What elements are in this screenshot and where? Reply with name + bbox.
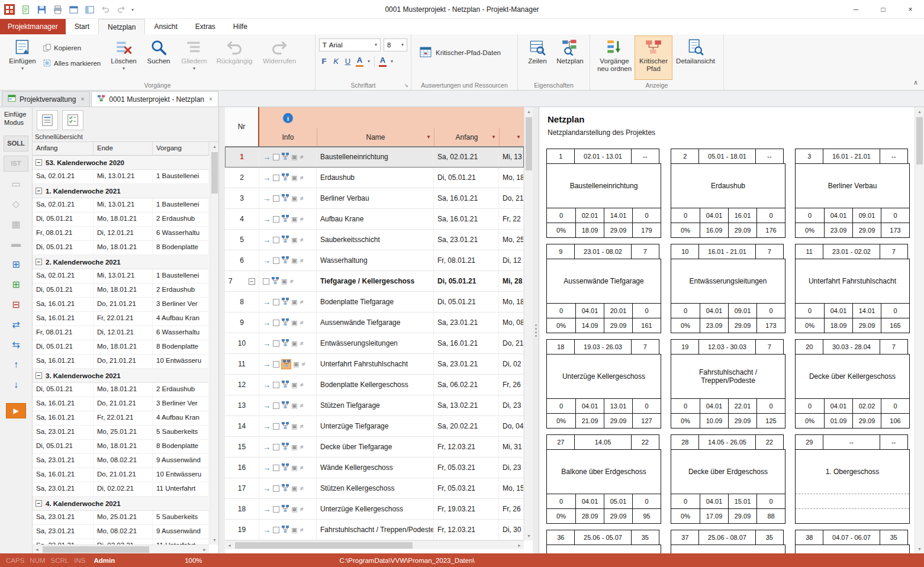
task-anfang-cell[interactable]: Sa, 06.02.21: [434, 375, 499, 395]
overview-row[interactable]: Di, 05.01.21Mo, 18.01.212 Erdaushub: [33, 284, 209, 298]
group-expander-icon[interactable]: −: [36, 159, 42, 166]
task-checkbox[interactable]: [273, 237, 279, 243]
netzplan-scroll-up-icon[interactable]: ▲: [915, 107, 924, 116]
task-row[interactable]: 15→▣≠Decke über TiefgarageFr, 12.03.21Mi…: [225, 437, 524, 458]
task-checkbox[interactable]: [273, 299, 279, 305]
task-anfang-cell[interactable]: Sa, 16.01.21: [434, 209, 499, 229]
italic-button[interactable]: K: [332, 57, 340, 66]
document-tab-projektverwaltung[interactable]: Projektverwaltung×: [2, 91, 90, 107]
task-ende-cell[interactable]: Di, 30: [499, 520, 524, 540]
task-resource-icon[interactable]: [272, 277, 279, 286]
task-anfang-cell[interactable]: Sa, 23.01.21: [434, 313, 499, 333]
font-color-dropdown-icon[interactable]: ▾: [368, 59, 370, 64]
overview-scroll-left-icon[interactable]: ◄: [33, 545, 41, 554]
column-header-anfang[interactable]: Anfang▼: [434, 128, 499, 146]
font-name-combo[interactable]: T Arial ▾: [319, 38, 381, 51]
task-name-cell[interactable]: Sauberkeitsschicht: [317, 230, 434, 250]
task-anfang-cell[interactable]: Fr, 05.03.21: [434, 458, 499, 478]
task-link-arrow-icon[interactable]: →: [263, 360, 271, 369]
overview-row[interactable]: Sa, 16.01.21Do, 21.01.213 Berliner Ver: [33, 298, 209, 312]
ribbon-tab-netzplan[interactable]: Netzplan: [98, 19, 145, 34]
task-ende-cell[interactable]: Di, 23: [499, 458, 524, 478]
column-header-name[interactable]: Name▼: [317, 128, 434, 146]
task-resource-icon[interactable]: [282, 484, 289, 493]
group-expander-icon[interactable]: −: [36, 259, 42, 265]
kritischer-pfad-toggle-button[interactable]: KritischerPfad: [635, 36, 672, 79]
widerrufen-button[interactable]: Widerrufen: [257, 36, 302, 79]
netzplan-node-18[interactable]: 1819.03 - 26.037Unterzüge Kellergeschoss…: [546, 339, 661, 429]
netzplan-node-29[interactable]: 29----1. Obergeschoss: [795, 434, 910, 524]
font-color-button[interactable]: A: [356, 56, 363, 67]
task-link-arrow-icon[interactable]: →: [263, 153, 271, 162]
task-row[interactable]: 18→▣≠Unterzüge KellergeschossFr, 19.03.2…: [225, 499, 524, 520]
task-ende-cell[interactable]: Mi, 13: [499, 147, 524, 167]
task-checkbox[interactable]: [273, 257, 279, 264]
overview-row[interactable]: Sa, 23.01.21Mo, 08.02.219 Aussenwänd: [33, 454, 209, 468]
window-view-alt-icon[interactable]: [83, 4, 95, 15]
task-anfang-cell[interactable]: Fr, 19.03.21: [434, 499, 499, 519]
group-expander-icon[interactable]: −: [36, 372, 42, 379]
new-document-icon[interactable]: [20, 4, 31, 15]
task-name-cell[interactable]: Wände Kellergeschoss: [317, 458, 434, 478]
task-resource-icon[interactable]: [282, 339, 289, 348]
task-anfang-cell[interactable]: Sa, 23.01.21: [434, 230, 499, 250]
task-row[interactable]: 5→▣≠SauberkeitsschichtSa, 23.01.21Mo, 25: [225, 230, 524, 250]
underline-button[interactable]: U: [344, 57, 352, 66]
group-expander-icon[interactable]: −: [36, 188, 42, 194]
org-structure-tool-button[interactable]: ⊞: [4, 256, 28, 272]
ribbon-tab-start[interactable]: Start: [66, 19, 98, 34]
task-resource-icon[interactable]: [282, 153, 289, 162]
task-ende-cell[interactable]: Mo, 08: [499, 313, 524, 333]
task-link-arrow-icon[interactable]: →: [263, 463, 271, 472]
task-anfang-cell[interactable]: Sa, 02.01.21: [434, 147, 499, 167]
task-checkbox[interactable]: [273, 527, 279, 533]
alles-markieren-button[interactable]: Alles markieren: [41, 57, 107, 69]
task-link-arrow-icon[interactable]: →: [263, 339, 271, 348]
overview-list-button[interactable]: [37, 110, 58, 130]
task-name-cell[interactable]: Unterzüge Tiefgarage: [317, 416, 434, 436]
task-checkbox[interactable]: [273, 485, 279, 492]
netzplan-scroll-thumb[interactable]: [916, 117, 923, 165]
task-checkbox[interactable]: [273, 195, 279, 202]
task-row[interactable]: 6→▣≠WasserhaltungFr, 08.01.21Di, 12: [225, 250, 524, 271]
task-row[interactable]: 2→▣≠ErdaushubDi, 05.01.21Mo, 18: [225, 167, 524, 188]
task-anfang-cell[interactable]: Sa, 13.02.21: [434, 395, 499, 415]
column-header-ende[interactable]: ▼: [499, 128, 524, 146]
task-row[interactable]: 14→▣≠Unterzüge TiefgarageSa, 20.02.21Do,…: [225, 416, 524, 437]
task-ende-cell[interactable]: Do, 21: [499, 188, 524, 208]
detailansicht-button[interactable]: Detailansicht: [672, 36, 719, 79]
indent-left-tool-button[interactable]: ⇆: [4, 337, 28, 353]
bar-tool-button[interactable]: ▬: [4, 236, 28, 252]
task-scroll-right-icon[interactable]: ►: [515, 541, 524, 550]
task-row[interactable]: 13→▣≠Stützen TiefgarageSa, 13.02.21Di, 2…: [225, 395, 524, 416]
task-resource-icon[interactable]: [282, 401, 289, 410]
task-ende-cell[interactable]: Mi, 31: [499, 437, 524, 457]
print-icon[interactable]: [51, 4, 63, 15]
task-scroll-up-icon[interactable]: ▲: [524, 107, 533, 116]
overview-row[interactable]: Di, 05.01.21Mo, 18.01.218 Bodenplatte: [33, 241, 209, 255]
task-row[interactable]: 4→▣≠Aufbau KraneSa, 16.01.21Fr, 22: [225, 209, 524, 230]
overview-scroll-right-icon[interactable]: ►: [200, 545, 209, 554]
task-name-cell[interactable]: Decke über Tiefgarage: [317, 437, 434, 457]
overview-row[interactable]: Sa, 23.01.21Mo, 08.02.219 Aussenwänd: [33, 525, 209, 539]
task-ende-cell[interactable]: Do, 21: [499, 333, 524, 353]
task-resource-icon[interactable]: [282, 422, 289, 431]
overview-scroll-down-icon[interactable]: ▼: [210, 536, 219, 545]
overview-horizontal-scrollbar[interactable]: ◄ ►: [33, 545, 209, 553]
highlight-color-button[interactable]: A: [379, 56, 387, 67]
overview-row[interactable]: Sa, 23.01.21Mo, 25.01.215 Sauberkeits: [33, 426, 209, 440]
task-checkbox[interactable]: [273, 506, 279, 513]
vorgaenge-neu-ordnen-button[interactable]: Vorgängeneu ordnen: [594, 36, 635, 79]
task-ende-cell[interactable]: Di, 02: [499, 354, 524, 374]
overview-row[interactable]: Di, 05.01.21Mo, 18.01.212 Erdaushub: [33, 212, 209, 227]
overview-column-header-anfang[interactable]: Anfang: [33, 142, 94, 155]
task-name-cell[interactable]: Erdaushub: [317, 167, 434, 188]
rueckgaengig-button[interactable]: Rückgängig: [212, 36, 257, 79]
undo-icon[interactable]: [99, 4, 111, 15]
overview-row[interactable]: Fr, 08.01.21Di, 12.01.216 Wasserhaltu: [33, 227, 209, 241]
schriftart-dialog-launcher[interactable]: ↘: [404, 82, 408, 88]
task-ende-cell[interactable]: Mo, 18: [499, 292, 524, 312]
task-ende-cell[interactable]: Mo, 25: [499, 230, 524, 250]
task-resource-icon[interactable]: [282, 505, 289, 514]
task-row[interactable]: 8→▣≠Bodenplatte TiefgarageDi, 05.01.21Mo…: [225, 292, 524, 313]
